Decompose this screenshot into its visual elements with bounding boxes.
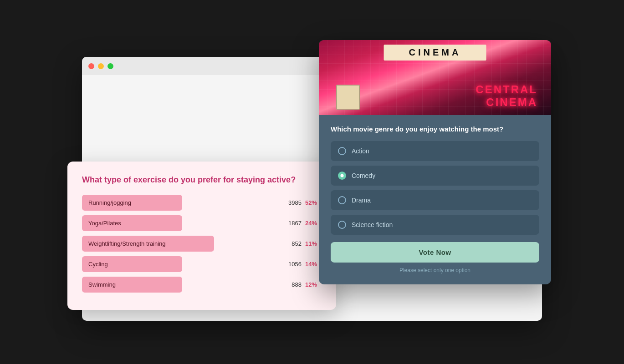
close-icon[interactable] <box>88 63 94 69</box>
poll-row-weights: Weightlifting/Strength training 852 11% <box>82 236 322 252</box>
poll-bar-yoga: Yoga/Pilates <box>82 215 182 231</box>
option-drama-label: Drama <box>352 197 371 204</box>
cinema-card-body: Which movie genre do you enjoy watching … <box>319 115 551 284</box>
exercise-poll-card: What type of exercise do you prefer for … <box>67 162 336 310</box>
poll-bar-cycling: Cycling <box>82 256 182 272</box>
poll-pct-swimming: 12% <box>305 281 322 288</box>
poll-row-running: Running/jogging 3985 52% <box>82 195 322 211</box>
cinema-question: Which movie genre do you enjoy watching … <box>331 125 539 133</box>
radio-action[interactable] <box>338 147 346 155</box>
poll-count-weights: 852 <box>282 240 302 247</box>
poll-count-cycling: 1056 <box>282 261 302 268</box>
option-comedy-label: Comedy <box>352 172 375 179</box>
radio-comedy[interactable] <box>338 172 346 180</box>
vote-now-button[interactable]: Vote Now <box>331 242 539 263</box>
option-action[interactable]: Action <box>331 141 539 161</box>
poll-row-swimming: Swimming 888 12% <box>82 277 322 293</box>
option-action-label: Action <box>352 147 369 155</box>
option-scifi[interactable]: Science fiction <box>331 215 539 235</box>
option-scifi-label: Science fiction <box>352 221 393 228</box>
cinema-central-text: CENTRAL <box>476 83 537 96</box>
poll-row-cycling: Cycling 1056 14% <box>82 256 322 272</box>
poll-count-yoga: 1867 <box>282 220 302 227</box>
radio-drama[interactable] <box>338 196 346 204</box>
poll-bar-weights: Weightlifting/Strength training <box>82 236 214 252</box>
option-comedy[interactable]: Comedy <box>331 166 539 186</box>
poll-bar-swimming: Swimming <box>82 277 182 293</box>
cinema-image: CINEMA CENTRAL CINEMA <box>319 40 551 115</box>
cinema-poll-card: CINEMA CENTRAL CINEMA Which movie genre … <box>319 40 551 284</box>
cinema-marquee-text: CINEMA <box>384 45 486 61</box>
poll-row-yoga: Yoga/Pilates 1867 24% <box>82 215 322 231</box>
poll-count-swimming: 888 <box>282 281 302 288</box>
option-drama[interactable]: Drama <box>331 190 539 210</box>
cinema-cinema2-text: CINEMA <box>476 96 537 109</box>
radio-scifi[interactable] <box>338 221 346 229</box>
poll-bar-running: Running/jogging <box>82 195 182 211</box>
vote-hint-text: Please select only one option <box>331 267 539 273</box>
exercise-question: What type of exercise do you prefer for … <box>82 174 322 186</box>
minimize-icon[interactable] <box>98 63 104 69</box>
poll-count-running: 3985 <box>282 199 302 206</box>
maximize-icon[interactable] <box>107 63 113 69</box>
